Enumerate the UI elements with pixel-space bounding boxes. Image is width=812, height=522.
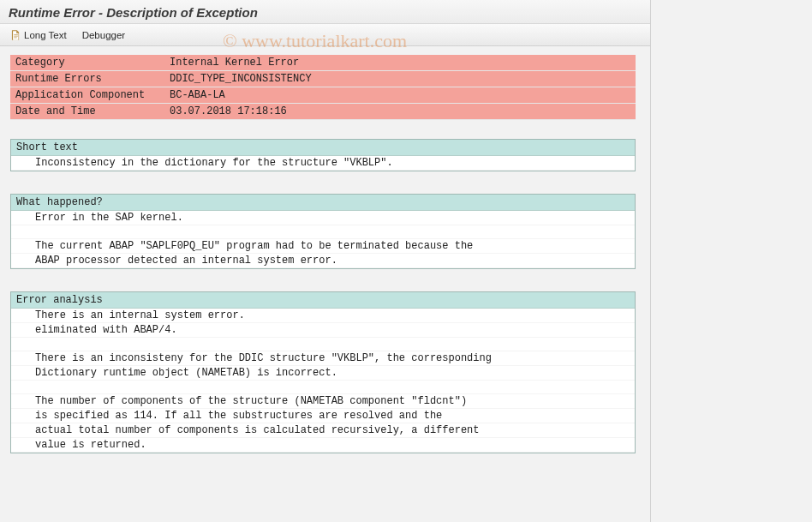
main-container: Runtime Error - Description of Exception…	[0, 0, 651, 522]
text-line: is specified as 114. If all the substruc…	[11, 409, 635, 423]
text-line: Error in the SAP kernel.	[11, 211, 635, 225]
what-happened-section: What happened? Error in the SAP kernel. …	[10, 194, 636, 269]
text-line: eliminated with ABAP/4.	[11, 323, 635, 338]
text-line	[11, 381, 635, 394]
section-header: What happened?	[11, 195, 635, 211]
page-title: Runtime Error - Description of Exception	[9, 5, 642, 20]
text-line: value is returned.	[11, 438, 635, 453]
text-line	[11, 338, 635, 351]
table-row: Date and Time 03.07.2018 17:18:16	[10, 104, 636, 120]
text-line: actual total number of components is cal…	[11, 423, 635, 438]
table-row: Application Component BC-ABA-LA	[10, 87, 636, 104]
section-header: Error analysis	[11, 292, 635, 309]
summary-label: Date and Time	[10, 104, 164, 120]
content-area: Category Internal Kernel Error Runtime E…	[0, 46, 650, 464]
text-line: There is an inconsisteny for the DDIC st…	[11, 351, 635, 366]
summary-table: Category Internal Kernel Error Runtime E…	[10, 55, 636, 120]
section-body: Inconsistency in the dictionary for the …	[11, 156, 635, 171]
document-icon	[9, 28, 21, 41]
title-bar: Runtime Error - Description of Exception	[0, 0, 650, 24]
table-row: Category Internal Kernel Error	[10, 55, 636, 71]
debugger-button[interactable]: Debugger	[82, 30, 126, 40]
long-text-button[interactable]: Long Text	[9, 28, 67, 41]
text-line: ABAP processor detected an internal syst…	[11, 254, 635, 268]
debugger-label: Debugger	[82, 30, 126, 40]
text-line: There is an internal system error.	[11, 309, 635, 323]
summary-label: Category	[10, 55, 164, 71]
error-analysis-section: Error analysis There is an internal syst…	[10, 291, 636, 453]
summary-value: BC-ABA-LA	[164, 87, 636, 104]
table-row: Runtime Errors DDIC_TYPE_INCONSISTENCY	[10, 71, 636, 87]
text-line: Inconsistency in the dictionary for the …	[11, 156, 635, 171]
text-line	[11, 225, 635, 239]
section-body: Error in the SAP kernel. The current ABA…	[11, 211, 635, 268]
text-line: Dictionary runtime object (NAMETAB) is i…	[11, 366, 635, 381]
summary-label: Application Component	[10, 87, 164, 104]
text-line: The number of components of the structur…	[11, 394, 635, 409]
summary-value: Internal Kernel Error	[164, 55, 636, 71]
long-text-label: Long Text	[24, 30, 67, 40]
section-header: Short text	[11, 140, 635, 156]
text-line: The current ABAP "SAPLF0PQ_EU" program h…	[11, 239, 635, 254]
toolbar: Long Text Debugger	[0, 24, 650, 46]
section-body: There is an internal system error. elimi…	[11, 309, 635, 453]
summary-value: 03.07.2018 17:18:16	[164, 104, 636, 120]
summary-label: Runtime Errors	[10, 71, 164, 87]
summary-value: DDIC_TYPE_INCONSISTENCY	[164, 71, 636, 87]
short-text-section: Short text Inconsistency in the dictiona…	[10, 139, 636, 171]
